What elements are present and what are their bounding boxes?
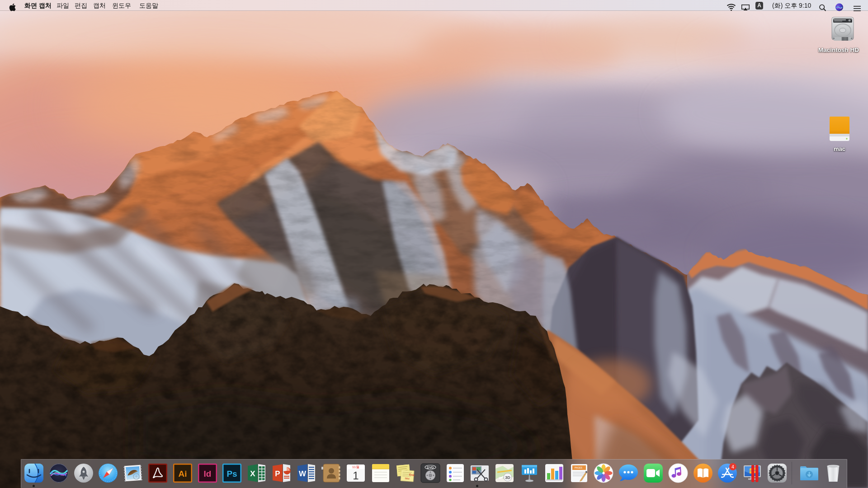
svg-text:P: P (275, 469, 280, 478)
svg-text:Ai: Ai (178, 469, 187, 479)
svg-text:Mid: Mid (405, 477, 410, 480)
svg-text:11월: 11월 (352, 465, 359, 469)
svg-text:Id: Id (203, 469, 211, 479)
svg-text:Exp.: Exp. (409, 473, 415, 476)
svg-text:3D: 3D (505, 475, 510, 480)
svg-text:1: 1 (353, 469, 359, 482)
svg-text:W: W (299, 469, 307, 478)
svg-text:Ps: Ps (227, 469, 237, 479)
svg-text:X: X (250, 469, 256, 478)
svg-text:PAGES: PAGES (575, 466, 583, 469)
svg-text:4: 4 (731, 464, 734, 469)
svg-text:DVD: DVD (427, 466, 434, 469)
